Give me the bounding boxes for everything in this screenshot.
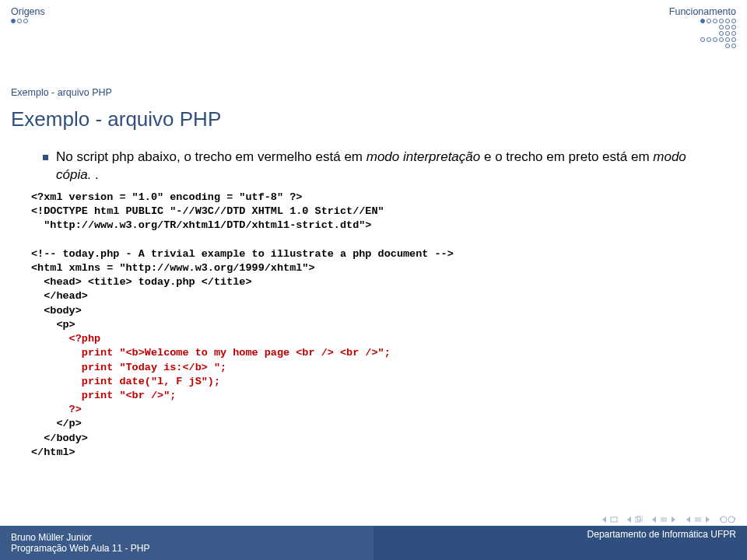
section-left: Origens [11,6,45,50]
subsection-label: Exemplo - arquivo PHP [0,50,747,98]
code-block: <?xml version = "1.0" encoding = "utf-8"… [0,184,747,460]
content: No script php abaixo, o trecho em vermel… [0,131,747,184]
progress-dots-right [669,19,736,50]
footer-left: Bruno Müller Junior Programação Web Aula… [0,526,374,560]
loop-icon [719,515,736,524]
nav-fwd-section[interactable] [685,516,711,523]
nav-back-slide[interactable] [601,516,618,523]
author-label: Bruno Müller Junior [11,532,363,543]
nav-back-frame[interactable] [626,516,643,523]
frames-icon [635,516,643,523]
talk-label: Programação Web Aula 11 - PHP [11,543,363,554]
triangle-left-icon [685,516,693,523]
header: Origens Funcionamento [0,0,747,50]
triangle-left-icon [651,516,658,523]
footer-right: Departamento de Informática UFPR [374,526,747,560]
nav-back-section[interactable] [651,516,677,523]
footer: Bruno Müller Junior Programação Web Aula… [0,526,747,560]
rect-icon [610,516,618,523]
lines-icon [694,516,702,523]
triangle-left-icon [601,516,608,523]
svg-rect-0 [611,517,617,522]
section-right-label: Funcionamento [669,6,736,17]
bullet-text: No script php abaixo, o trecho em vermel… [56,149,724,184]
section-right: Funcionamento [669,6,736,50]
lines-icon [660,516,668,523]
section-left-label: Origens [11,6,45,17]
triangle-left-icon [626,516,633,523]
progress-dots-left [11,19,45,25]
triangle-right-icon [669,516,677,523]
triangle-right-icon [703,516,711,523]
beamer-nav-bar[interactable] [601,515,736,524]
institute-label: Departamento de Informática UFPR [587,529,736,540]
frame-title: Exemplo - arquivo PHP [0,98,747,131]
bullet-marker-icon [43,155,48,160]
nav-circles[interactable] [719,515,736,524]
bullet-item: No script php abaixo, o trecho em vermel… [43,149,724,184]
